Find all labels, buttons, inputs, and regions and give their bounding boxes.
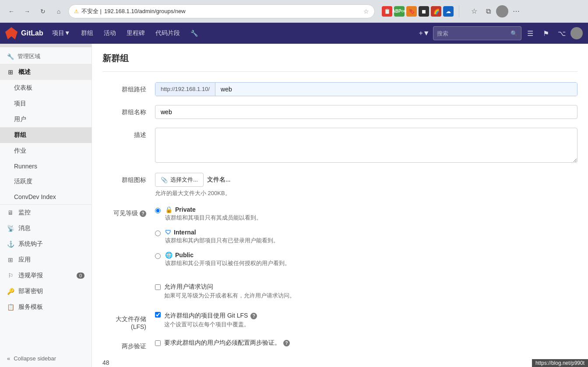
activity-label: 活跃度 (14, 178, 32, 185)
sidebar-item-activity[interactable]: 活跃度 (0, 174, 92, 189)
sidebar-item-abuse[interactable]: ⚐ 违规举报 0 (0, 268, 92, 283)
sidebar-item-projects[interactable]: 项目 (0, 96, 92, 112)
address-bar[interactable]: ⚠ 不安全 | 192.168.1.10/admin/groups/new ☆ (68, 4, 375, 18)
choose-file-button[interactable]: 📎 选择文件... (155, 173, 204, 187)
search-icon: 🔍 (511, 30, 518, 37)
sidebar-item-monitoring[interactable]: 🖥 监控 (0, 205, 92, 220)
visibility-private-radio[interactable] (155, 208, 161, 213)
ext-abp-icon[interactable]: ABPON (394, 6, 405, 17)
count-value: 48 (102, 359, 109, 366)
nav-snippets[interactable]: 代码片段 (150, 23, 185, 44)
favorites-icon[interactable]: ☆ (468, 5, 480, 17)
visibility-internal-title: 🛡 Internal (165, 229, 279, 236)
search-bar[interactable]: 🔍 (433, 26, 521, 40)
ext-dark-icon[interactable]: ◼ (419, 6, 429, 17)
sidebar-item-groups[interactable]: 群组 (0, 127, 92, 143)
nav-wrench[interactable]: 🔧 (185, 23, 203, 44)
group-path-row: 群组路径 http://192.168.1.10/ (102, 82, 577, 96)
users-label: 用户 (14, 115, 26, 123)
internal-shield-icon: 🛡 (165, 229, 171, 236)
sidebar-item-dashboard[interactable]: 仪表板 (0, 80, 92, 96)
ext-cloud-icon[interactable]: ☁ (443, 6, 454, 17)
admin-label: 管理区域 (18, 52, 40, 60)
address-prefix: 不安全 | (81, 7, 102, 15)
sidebar-item-service[interactable]: 📋 服务模板 (0, 299, 92, 315)
visibility-internal-radio[interactable] (155, 231, 161, 236)
gitlab-logo[interactable]: GitLab (5, 27, 43, 39)
visibility-help-icon[interactable]: ? (140, 210, 146, 217)
group-path-label: 群组路径 (102, 82, 155, 94)
search-input[interactable] (437, 30, 511, 37)
more-icon[interactable]: ⋯ (510, 5, 522, 17)
back-button[interactable]: ← (5, 5, 18, 17)
sidebar: 🔧 管理区域 ⊞ 概述 仪表板 项目 用户 群组 作业 Runners 活跃度 (0, 44, 92, 367)
browser-chrome: ← → ↻ ⌂ ⚠ 不安全 | 192.168.1.10/admin/group… (0, 0, 588, 23)
admin-section: 🔧 管理区域 (0, 47, 92, 64)
sidebar-item-apps[interactable]: ⊞ 应用 (0, 252, 92, 268)
browser-avatar[interactable] (496, 5, 508, 17)
lfs-help-icon[interactable]: ? (250, 313, 257, 319)
projects-label: 项目 (14, 100, 26, 108)
scroll-indicator (0, 44, 92, 47)
service-label: 服务模板 (18, 303, 43, 311)
monitoring-label: 监控 (18, 209, 31, 217)
merge-icon[interactable]: ⌥ (555, 26, 569, 40)
paperclip-icon: 📎 (161, 177, 168, 183)
visibility-private-desc: 该群组和其项目只有其成员能以看到。 (165, 214, 262, 222)
lfs-field: 允许群组内的项目使用 Git LFS ? 这个设置可以在每个项目中覆盖。 (155, 312, 577, 329)
ext-color1-icon[interactable]: 🌈 (431, 6, 441, 17)
nav-milestones[interactable]: 里程碑 (121, 23, 150, 44)
forward-button[interactable]: → (21, 5, 33, 17)
two-step-checkbox[interactable] (155, 340, 161, 346)
sidebar-item-messages[interactable]: 📡 消息 (0, 220, 92, 236)
description-label: 描述 (102, 128, 155, 139)
two-step-label: 两步验证 (102, 339, 155, 350)
visibility-public-radio[interactable] (155, 253, 161, 259)
sidebar-toggle-icon[interactable]: ☰ (523, 26, 537, 40)
nav-groups[interactable]: 群组 (76, 23, 99, 44)
allow-access-checkbox[interactable] (155, 284, 161, 290)
file-name-label: 文件名... (207, 176, 231, 184)
nav-activity[interactable]: 活动 (99, 23, 121, 44)
lfs-label: 大文件存储(LFS) (102, 312, 155, 330)
visibility-internal-content: 🛡 Internal 该群组和其内部项目只有已登录用户能看到。 (165, 229, 279, 245)
sidebar-item-users[interactable]: 用户 (0, 112, 92, 127)
deploy-icon: 🔑 (7, 288, 14, 295)
sidebar-item-deploy[interactable]: 🔑 部署密钥 (0, 283, 92, 299)
new-button[interactable]: +▼ (417, 26, 431, 40)
collapse-sidebar-btn[interactable]: « Collapse sidebar (7, 355, 85, 362)
runners-label: Runners (14, 163, 37, 170)
group-path-value-input[interactable] (215, 83, 577, 96)
user-avatar[interactable] (570, 27, 583, 39)
group-avatar-field: 📎 选择文件... 文件名... 允许的最大文件大小 200KB。 (155, 173, 577, 197)
ext-bookmark-icon[interactable]: 🔖 (406, 6, 417, 17)
description-textarea[interactable] (155, 128, 577, 163)
messages-icon: 📡 (7, 225, 14, 232)
nav-projects[interactable]: 项目▼ (47, 23, 76, 44)
profile-icon[interactable] (496, 5, 508, 17)
two-step-help-icon[interactable]: ? (283, 340, 290, 346)
visibility-private-title: 🔒 Private (165, 206, 262, 213)
issues-icon[interactable]: ⚑ (539, 26, 553, 40)
sidebar-item-hooks[interactable]: ⚓ 系统钩子 (0, 236, 92, 252)
sidebar-item-jobs[interactable]: 作业 (0, 143, 92, 159)
collections-icon[interactable]: ⧉ (482, 5, 494, 17)
sidebar-item-runners[interactable]: Runners (0, 159, 92, 174)
lfs-checkbox[interactable] (155, 312, 161, 318)
bookmark-icon[interactable]: ☆ (363, 8, 369, 15)
reload-button[interactable]: ↻ (37, 5, 49, 17)
ext-clipboard-icon[interactable]: 📋 (382, 6, 392, 17)
group-name-input[interactable] (155, 105, 577, 119)
file-size-hint: 允许的最大文件大小 200KB。 (155, 189, 577, 197)
sidebar-item-overview[interactable]: ⊞ 概述 (0, 64, 92, 80)
page-title: 新群组 (102, 52, 577, 64)
home-button[interactable]: ⌂ (53, 5, 65, 17)
gitlab-logo-icon (5, 27, 18, 39)
gitlab-header: GitLab 项目▼ 群组 活动 里程碑 代码片段 🔧 +▼ 🔍 ☰ ⚑ ⌥ (0, 23, 588, 44)
overview-icon: ⊞ (7, 69, 14, 76)
sidebar-item-convdev[interactable]: ConvDev Index (0, 189, 92, 204)
deploy-label: 部署密钥 (18, 287, 43, 295)
allow-access-field: 允许用户请求访问 如果可见等级为公开或者私有，允许用户请求访问。 (155, 283, 577, 303)
hooks-label: 系统钩子 (18, 240, 43, 248)
allow-access-content: 允许用户请求访问 如果可见等级为公开或者私有，允许用户请求访问。 (164, 283, 295, 300)
